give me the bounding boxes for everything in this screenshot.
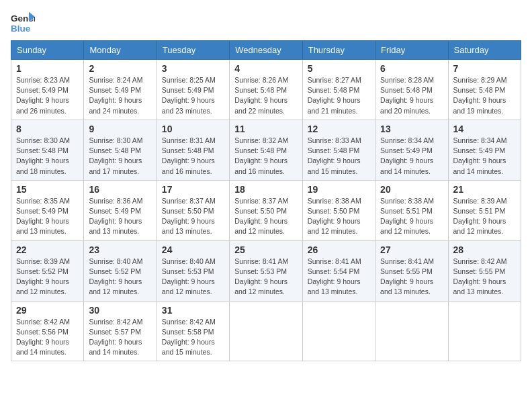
calendar-day-9: 9Sunrise: 8:30 AMSunset: 5:48 PMDaylight… [84,120,157,180]
calendar-day-17: 17Sunrise: 8:37 AMSunset: 5:50 PMDayligh… [157,180,229,240]
calendar-day-10: 10Sunrise: 8:31 AMSunset: 5:48 PMDayligh… [157,120,229,180]
day-number: 25 [234,244,297,255]
day-number: 17 [162,184,224,195]
weekday-header-tuesday: Tuesday [157,41,229,60]
day-number: 11 [234,124,297,134]
day-number: 9 [89,124,151,134]
svg-text:Blue: Blue [11,24,31,34]
day-info: Sunrise: 8:41 AMSunset: 5:53 PMDaylight:… [234,257,297,298]
header: General Blue [11,11,521,35]
calendar-day-7: 7Sunrise: 8:29 AMSunset: 5:48 PMDaylight… [448,60,521,120]
day-info: Sunrise: 8:32 AMSunset: 5:48 PMDaylight:… [234,136,297,177]
day-info: Sunrise: 8:26 AMSunset: 5:48 PMDaylight:… [234,75,297,116]
calendar-day-2: 2Sunrise: 8:24 AMSunset: 5:49 PMDaylight… [84,60,157,120]
day-info: Sunrise: 8:38 AMSunset: 5:50 PMDaylight:… [308,196,370,237]
day-number: 1 [16,63,79,74]
day-number: 4 [234,63,297,74]
calendar-day-16: 16Sunrise: 8:36 AMSunset: 5:49 PMDayligh… [84,180,157,240]
day-info: Sunrise: 8:34 AMSunset: 5:49 PMDaylight:… [380,136,443,177]
weekday-header-thursday: Thursday [302,41,375,60]
weekday-header-wednesday: Wednesday [230,41,302,60]
day-number: 10 [162,124,224,134]
calendar-day-15: 15Sunrise: 8:35 AMSunset: 5:49 PMDayligh… [11,180,84,240]
day-number: 24 [162,244,224,255]
calendar-day-30: 30Sunrise: 8:42 AMSunset: 5:57 PMDayligh… [84,301,157,361]
logo-icon: General Blue [11,11,35,35]
calendar-week-4: 22Sunrise: 8:39 AMSunset: 5:52 PMDayligh… [11,240,521,301]
empty-cell [448,301,521,361]
calendar-day-20: 20Sunrise: 8:38 AMSunset: 5:51 PMDayligh… [375,180,448,240]
day-number: 26 [308,244,370,255]
day-info: Sunrise: 8:30 AMSunset: 5:48 PMDaylight:… [16,136,79,177]
calendar-day-29: 29Sunrise: 8:42 AMSunset: 5:56 PMDayligh… [11,301,84,361]
calendar-day-5: 5Sunrise: 8:27 AMSunset: 5:48 PMDaylight… [302,60,375,120]
day-number: 21 [453,184,516,195]
calendar-day-24: 24Sunrise: 8:40 AMSunset: 5:53 PMDayligh… [157,240,229,301]
day-info: Sunrise: 8:30 AMSunset: 5:48 PMDaylight:… [89,136,151,177]
day-info: Sunrise: 8:40 AMSunset: 5:52 PMDaylight:… [89,257,151,298]
weekday-header-sunday: Sunday [11,41,84,60]
day-number: 28 [453,244,516,255]
calendar-week-5: 29Sunrise: 8:42 AMSunset: 5:56 PMDayligh… [11,301,521,361]
calendar-day-6: 6Sunrise: 8:28 AMSunset: 5:48 PMDaylight… [375,60,448,120]
day-number: 5 [308,63,370,74]
calendar-day-3: 3Sunrise: 8:25 AMSunset: 5:49 PMDaylight… [157,60,229,120]
calendar-day-26: 26Sunrise: 8:41 AMSunset: 5:54 PMDayligh… [302,240,375,301]
calendar-day-8: 8Sunrise: 8:30 AMSunset: 5:48 PMDaylight… [11,120,84,180]
weekday-header-friday: Friday [375,41,448,60]
empty-cell [230,301,302,361]
day-info: Sunrise: 8:24 AMSunset: 5:49 PMDaylight:… [89,75,151,116]
day-number: 27 [380,244,443,255]
day-number: 15 [16,184,79,195]
calendar-day-1: 1Sunrise: 8:23 AMSunset: 5:49 PMDaylight… [11,60,84,120]
day-info: Sunrise: 8:42 AMSunset: 5:55 PMDaylight:… [453,257,516,298]
calendar-day-4: 4Sunrise: 8:26 AMSunset: 5:48 PMDaylight… [230,60,302,120]
day-info: Sunrise: 8:41 AMSunset: 5:54 PMDaylight:… [308,257,370,298]
day-info: Sunrise: 8:37 AMSunset: 5:50 PMDaylight:… [162,196,224,237]
day-info: Sunrise: 8:25 AMSunset: 5:49 PMDaylight:… [162,75,224,116]
logo: General Blue [11,11,35,35]
day-number: 23 [89,244,151,255]
day-info: Sunrise: 8:39 AMSunset: 5:51 PMDaylight:… [453,196,516,237]
day-number: 14 [453,124,516,134]
day-number: 29 [16,305,79,316]
day-info: Sunrise: 8:42 AMSunset: 5:58 PMDaylight:… [162,317,224,358]
day-number: 6 [380,63,443,74]
day-info: Sunrise: 8:31 AMSunset: 5:48 PMDaylight:… [162,136,224,177]
day-info: Sunrise: 8:36 AMSunset: 5:49 PMDaylight:… [89,196,151,237]
day-number: 13 [380,124,443,134]
calendar-day-28: 28Sunrise: 8:42 AMSunset: 5:55 PMDayligh… [448,240,521,301]
calendar-day-18: 18Sunrise: 8:37 AMSunset: 5:50 PMDayligh… [230,180,302,240]
calendar-day-12: 12Sunrise: 8:33 AMSunset: 5:48 PMDayligh… [302,120,375,180]
weekday-header-monday: Monday [84,41,157,60]
day-info: Sunrise: 8:35 AMSunset: 5:49 PMDaylight:… [16,196,79,237]
calendar-day-22: 22Sunrise: 8:39 AMSunset: 5:52 PMDayligh… [11,240,84,301]
day-info: Sunrise: 8:27 AMSunset: 5:48 PMDaylight:… [308,75,370,116]
day-info: Sunrise: 8:28 AMSunset: 5:48 PMDaylight:… [380,75,443,116]
calendar-day-25: 25Sunrise: 8:41 AMSunset: 5:53 PMDayligh… [230,240,302,301]
day-info: Sunrise: 8:42 AMSunset: 5:56 PMDaylight:… [16,317,79,358]
day-info: Sunrise: 8:34 AMSunset: 5:49 PMDaylight:… [453,136,516,177]
calendar-week-1: 1Sunrise: 8:23 AMSunset: 5:49 PMDaylight… [11,60,521,120]
day-info: Sunrise: 8:29 AMSunset: 5:48 PMDaylight:… [453,75,516,116]
day-info: Sunrise: 8:42 AMSunset: 5:57 PMDaylight:… [89,317,151,358]
calendar-day-21: 21Sunrise: 8:39 AMSunset: 5:51 PMDayligh… [448,180,521,240]
calendar-table: SundayMondayTuesdayWednesdayThursdayFrid… [11,40,521,361]
day-number: 19 [308,184,370,195]
day-info: Sunrise: 8:33 AMSunset: 5:48 PMDaylight:… [308,136,370,177]
calendar-week-2: 8Sunrise: 8:30 AMSunset: 5:48 PMDaylight… [11,120,521,180]
calendar-day-19: 19Sunrise: 8:38 AMSunset: 5:50 PMDayligh… [302,180,375,240]
day-number: 3 [162,63,224,74]
calendar-day-27: 27Sunrise: 8:41 AMSunset: 5:55 PMDayligh… [375,240,448,301]
day-number: 31 [162,305,224,316]
day-number: 7 [453,63,516,74]
calendar-week-3: 15Sunrise: 8:35 AMSunset: 5:49 PMDayligh… [11,180,521,240]
day-info: Sunrise: 8:39 AMSunset: 5:52 PMDaylight:… [16,257,79,298]
day-number: 30 [89,305,151,316]
weekday-header-saturday: Saturday [448,41,521,60]
empty-cell [375,301,448,361]
day-number: 22 [16,244,79,255]
day-number: 8 [16,124,79,134]
day-number: 18 [234,184,297,195]
day-number: 20 [380,184,443,195]
